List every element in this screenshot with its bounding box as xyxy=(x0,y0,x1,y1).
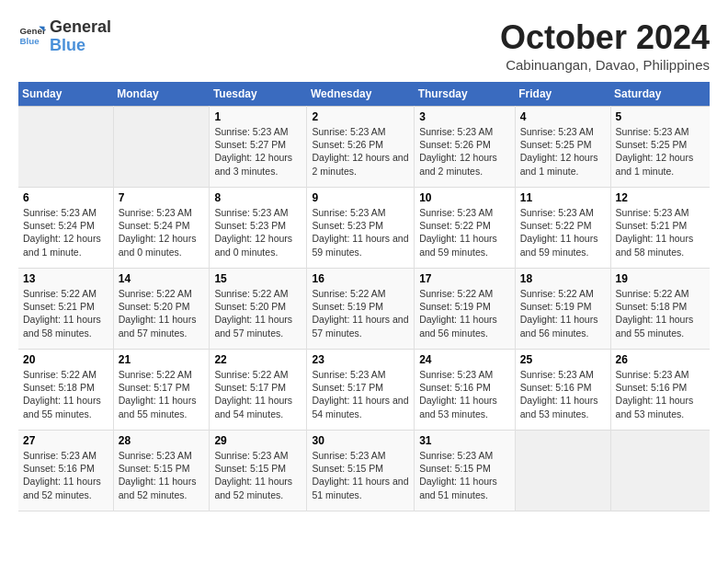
day-number: 21 xyxy=(119,353,205,366)
weekday-header: Tuesday xyxy=(210,82,307,107)
calendar-cell: 3Sunrise: 5:23 AMSunset: 5:26 PMDaylight… xyxy=(415,107,516,188)
location-subtitle: Cabinuangan, Davao, Philippines xyxy=(500,57,710,73)
day-info: Sunrise: 5:23 AMSunset: 5:15 PMDaylight:… xyxy=(214,449,301,501)
calendar-cell: 30Sunrise: 5:23 AMSunset: 5:15 PMDayligh… xyxy=(307,431,415,511)
month-title: October 2024 xyxy=(500,18,710,57)
logo: General Blue General Blue xyxy=(18,18,111,55)
calendar-cell: 15Sunrise: 5:22 AMSunset: 5:20 PMDayligh… xyxy=(210,269,307,350)
day-number: 29 xyxy=(214,434,301,447)
calendar-cell: 13Sunrise: 5:22 AMSunset: 5:21 PMDayligh… xyxy=(18,269,113,350)
logo-text-line1: General xyxy=(50,18,111,37)
day-number: 16 xyxy=(312,272,409,285)
day-info: Sunrise: 5:23 AMSunset: 5:15 PMDaylight:… xyxy=(312,449,409,501)
calendar-cell: 11Sunrise: 5:23 AMSunset: 5:22 PMDayligh… xyxy=(515,188,610,269)
day-number: 14 xyxy=(119,272,205,285)
day-number: 23 xyxy=(312,353,409,366)
day-info: Sunrise: 5:22 AMSunset: 5:18 PMDaylight:… xyxy=(23,368,108,420)
day-info: Sunrise: 5:23 AMSunset: 5:27 PMDaylight:… xyxy=(214,125,301,178)
day-info: Sunrise: 5:23 AMSunset: 5:15 PMDaylight:… xyxy=(119,449,205,501)
calendar-cell xyxy=(515,431,610,511)
calendar-cell: 28Sunrise: 5:23 AMSunset: 5:15 PMDayligh… xyxy=(113,431,210,511)
day-number: 18 xyxy=(520,272,606,285)
day-info: Sunrise: 5:23 AMSunset: 5:15 PMDaylight:… xyxy=(419,449,510,501)
day-number: 22 xyxy=(214,353,301,366)
day-number: 2 xyxy=(312,110,409,123)
title-block: October 2024 Cabinuangan, Davao, Philipp… xyxy=(500,18,710,73)
day-number: 11 xyxy=(520,191,606,204)
day-info: Sunrise: 5:23 AMSunset: 5:16 PMDaylight:… xyxy=(23,449,108,501)
day-number: 12 xyxy=(616,191,705,204)
calendar-week-row: 1Sunrise: 5:23 AMSunset: 5:27 PMDaylight… xyxy=(18,107,710,188)
calendar-cell: 26Sunrise: 5:23 AMSunset: 5:16 PMDayligh… xyxy=(610,350,710,431)
weekday-header: Sunday xyxy=(18,82,113,107)
calendar-cell xyxy=(113,107,210,188)
day-info: Sunrise: 5:22 AMSunset: 5:20 PMDaylight:… xyxy=(119,287,205,339)
day-info: Sunrise: 5:23 AMSunset: 5:26 PMDaylight:… xyxy=(419,125,510,178)
calendar-week-row: 13Sunrise: 5:22 AMSunset: 5:21 PMDayligh… xyxy=(18,269,710,350)
day-info: Sunrise: 5:22 AMSunset: 5:19 PMDaylight:… xyxy=(312,287,409,339)
calendar-cell: 16Sunrise: 5:22 AMSunset: 5:19 PMDayligh… xyxy=(307,269,415,350)
calendar-cell: 24Sunrise: 5:23 AMSunset: 5:16 PMDayligh… xyxy=(415,350,516,431)
day-number: 7 xyxy=(119,191,205,204)
calendar-table: SundayMondayTuesdayWednesdayThursdayFrid… xyxy=(18,82,710,511)
day-info: Sunrise: 5:22 AMSunset: 5:18 PMDaylight:… xyxy=(616,287,705,339)
calendar-cell: 21Sunrise: 5:22 AMSunset: 5:17 PMDayligh… xyxy=(113,350,210,431)
day-info: Sunrise: 5:23 AMSunset: 5:16 PMDaylight:… xyxy=(419,368,510,420)
calendar-cell: 31Sunrise: 5:23 AMSunset: 5:15 PMDayligh… xyxy=(415,431,516,511)
day-info: Sunrise: 5:22 AMSunset: 5:19 PMDaylight:… xyxy=(419,287,510,339)
day-number: 1 xyxy=(214,110,301,123)
day-info: Sunrise: 5:23 AMSunset: 5:26 PMDaylight:… xyxy=(312,125,409,178)
day-number: 31 xyxy=(419,434,510,447)
weekday-header: Thursday xyxy=(415,82,516,107)
calendar-cell: 8Sunrise: 5:23 AMSunset: 5:23 PMDaylight… xyxy=(210,188,307,269)
day-info: Sunrise: 5:22 AMSunset: 5:20 PMDaylight:… xyxy=(214,287,301,339)
day-number: 9 xyxy=(312,191,409,204)
weekday-header: Monday xyxy=(113,82,210,107)
calendar-cell: 29Sunrise: 5:23 AMSunset: 5:15 PMDayligh… xyxy=(210,431,307,511)
calendar-cell: 6Sunrise: 5:23 AMSunset: 5:24 PMDaylight… xyxy=(18,188,113,269)
day-info: Sunrise: 5:22 AMSunset: 5:17 PMDaylight:… xyxy=(214,368,301,420)
calendar-cell: 23Sunrise: 5:23 AMSunset: 5:17 PMDayligh… xyxy=(307,350,415,431)
calendar-cell: 19Sunrise: 5:22 AMSunset: 5:18 PMDayligh… xyxy=(610,269,710,350)
day-number: 13 xyxy=(23,272,108,285)
calendar-week-row: 27Sunrise: 5:23 AMSunset: 5:16 PMDayligh… xyxy=(18,431,710,511)
day-number: 28 xyxy=(119,434,205,447)
day-info: Sunrise: 5:23 AMSunset: 5:25 PMDaylight:… xyxy=(520,125,606,178)
day-info: Sunrise: 5:22 AMSunset: 5:17 PMDaylight:… xyxy=(119,368,205,420)
day-info: Sunrise: 5:23 AMSunset: 5:25 PMDaylight:… xyxy=(616,125,705,178)
day-number: 8 xyxy=(214,191,301,204)
calendar-week-row: 6Sunrise: 5:23 AMSunset: 5:24 PMDaylight… xyxy=(18,188,710,269)
day-info: Sunrise: 5:23 AMSunset: 5:24 PMDaylight:… xyxy=(119,206,205,259)
calendar-cell: 20Sunrise: 5:22 AMSunset: 5:18 PMDayligh… xyxy=(18,350,113,431)
calendar-cell: 1Sunrise: 5:23 AMSunset: 5:27 PMDaylight… xyxy=(210,107,307,188)
svg-text:Blue: Blue xyxy=(20,35,40,45)
day-info: Sunrise: 5:22 AMSunset: 5:19 PMDaylight:… xyxy=(520,287,606,339)
calendar-cell: 27Sunrise: 5:23 AMSunset: 5:16 PMDayligh… xyxy=(18,431,113,511)
day-info: Sunrise: 5:23 AMSunset: 5:16 PMDaylight:… xyxy=(616,368,705,420)
day-info: Sunrise: 5:22 AMSunset: 5:21 PMDaylight:… xyxy=(23,287,108,339)
calendar-cell xyxy=(610,431,710,511)
calendar-cell xyxy=(18,107,113,188)
calendar-cell: 4Sunrise: 5:23 AMSunset: 5:25 PMDaylight… xyxy=(515,107,610,188)
page-header: General Blue General Blue October 2024 C… xyxy=(18,18,710,73)
day-number: 30 xyxy=(312,434,409,447)
calendar-cell: 7Sunrise: 5:23 AMSunset: 5:24 PMDaylight… xyxy=(113,188,210,269)
day-info: Sunrise: 5:23 AMSunset: 5:21 PMDaylight:… xyxy=(616,206,705,259)
day-info: Sunrise: 5:23 AMSunset: 5:23 PMDaylight:… xyxy=(214,206,301,259)
calendar-week-row: 20Sunrise: 5:22 AMSunset: 5:18 PMDayligh… xyxy=(18,350,710,431)
day-number: 25 xyxy=(520,353,606,366)
day-number: 27 xyxy=(23,434,108,447)
calendar-cell: 9Sunrise: 5:23 AMSunset: 5:23 PMDaylight… xyxy=(307,188,415,269)
day-info: Sunrise: 5:23 AMSunset: 5:23 PMDaylight:… xyxy=(312,206,409,259)
day-number: 24 xyxy=(419,353,510,366)
calendar-cell: 14Sunrise: 5:22 AMSunset: 5:20 PMDayligh… xyxy=(113,269,210,350)
calendar-cell: 2Sunrise: 5:23 AMSunset: 5:26 PMDaylight… xyxy=(307,107,415,188)
calendar-cell: 18Sunrise: 5:22 AMSunset: 5:19 PMDayligh… xyxy=(515,269,610,350)
day-info: Sunrise: 5:23 AMSunset: 5:22 PMDaylight:… xyxy=(520,206,606,259)
day-number: 26 xyxy=(616,353,705,366)
calendar-cell: 10Sunrise: 5:23 AMSunset: 5:22 PMDayligh… xyxy=(415,188,516,269)
logo-icon: General Blue xyxy=(18,23,46,51)
weekday-header: Saturday xyxy=(610,82,710,107)
calendar-cell: 22Sunrise: 5:22 AMSunset: 5:17 PMDayligh… xyxy=(210,350,307,431)
weekday-header: Friday xyxy=(515,82,610,107)
